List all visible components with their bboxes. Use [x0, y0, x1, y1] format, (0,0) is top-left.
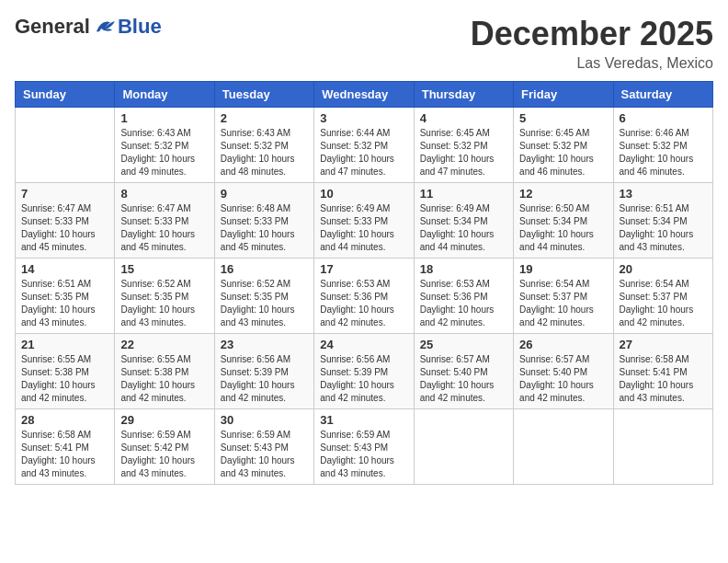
logo-general-text: General — [15, 15, 90, 39]
calendar-cell: 14Sunrise: 6:51 AMSunset: 5:35 PMDayligh… — [16, 259, 115, 334]
calendar-cell — [16, 108, 115, 183]
calendar-cell: 10Sunrise: 6:49 AMSunset: 5:33 PMDayligh… — [314, 183, 414, 259]
calendar-week-row: 21Sunrise: 6:55 AMSunset: 5:38 PMDayligh… — [16, 334, 713, 409]
day-header-sunday: Sunday — [16, 82, 115, 108]
calendar-cell: 23Sunrise: 6:56 AMSunset: 5:39 PMDayligh… — [214, 334, 313, 409]
calendar-cell: 28Sunrise: 6:58 AMSunset: 5:41 PMDayligh… — [16, 409, 115, 485]
calendar-week-row: 14Sunrise: 6:51 AMSunset: 5:35 PMDayligh… — [16, 259, 713, 334]
day-header-monday: Monday — [115, 82, 214, 108]
day-number: 8 — [120, 187, 208, 201]
day-number: 29 — [120, 413, 208, 427]
calendar-cell: 3Sunrise: 6:44 AMSunset: 5:32 PMDaylight… — [314, 108, 414, 183]
logo: General Blue — [15, 15, 162, 39]
day-number: 6 — [620, 111, 707, 125]
day-info: Sunrise: 6:51 AMSunset: 5:35 PMDaylight:… — [21, 278, 108, 329]
day-info: Sunrise: 6:49 AMSunset: 5:34 PMDaylight:… — [420, 202, 507, 254]
calendar-cell: 9Sunrise: 6:48 AMSunset: 5:33 PMDaylight… — [214, 183, 313, 259]
calendar-cell: 4Sunrise: 6:45 AMSunset: 5:32 PMDaylight… — [414, 108, 513, 183]
calendar-cell: 15Sunrise: 6:52 AMSunset: 5:35 PMDayligh… — [115, 259, 214, 334]
calendar-cell: 16Sunrise: 6:52 AMSunset: 5:35 PMDayligh… — [214, 259, 313, 334]
calendar-cell: 21Sunrise: 6:55 AMSunset: 5:38 PMDayligh… — [16, 334, 115, 409]
calendar-cell: 31Sunrise: 6:59 AMSunset: 5:43 PMDayligh… — [314, 409, 414, 485]
day-header-tuesday: Tuesday — [214, 82, 313, 108]
day-number: 16 — [221, 262, 308, 276]
calendar-week-row: 28Sunrise: 6:58 AMSunset: 5:41 PMDayligh… — [16, 409, 713, 485]
calendar-cell — [514, 409, 613, 485]
calendar-cell: 24Sunrise: 6:56 AMSunset: 5:39 PMDayligh… — [314, 334, 414, 409]
day-info: Sunrise: 6:53 AMSunset: 5:36 PMDaylight:… — [320, 278, 407, 329]
day-number: 1 — [120, 111, 208, 125]
day-info: Sunrise: 6:55 AMSunset: 5:38 PMDaylight:… — [21, 353, 108, 405]
day-number: 4 — [420, 111, 507, 125]
calendar-week-row: 1Sunrise: 6:43 AMSunset: 5:32 PMDaylight… — [16, 108, 713, 183]
day-info: Sunrise: 6:57 AMSunset: 5:40 PMDaylight:… — [420, 353, 507, 405]
calendar-cell: 27Sunrise: 6:58 AMSunset: 5:41 PMDayligh… — [613, 334, 712, 409]
calendar-cell: 19Sunrise: 6:54 AMSunset: 5:37 PMDayligh… — [514, 259, 613, 334]
day-number: 21 — [21, 338, 108, 351]
calendar-table: SundayMondayTuesdayWednesdayThursdayFrid… — [15, 81, 713, 485]
day-number: 20 — [620, 262, 707, 276]
day-info: Sunrise: 6:48 AMSunset: 5:33 PMDaylight:… — [221, 202, 308, 254]
day-info: Sunrise: 6:47 AMSunset: 5:33 PMDaylight:… — [120, 202, 208, 254]
day-info: Sunrise: 6:45 AMSunset: 5:32 PMDaylight:… — [420, 127, 507, 178]
day-header-wednesday: Wednesday — [314, 82, 414, 108]
calendar-cell: 25Sunrise: 6:57 AMSunset: 5:40 PMDayligh… — [414, 334, 513, 409]
calendar-cell — [613, 409, 712, 485]
day-info: Sunrise: 6:56 AMSunset: 5:39 PMDaylight:… — [221, 353, 308, 405]
day-number: 17 — [320, 262, 407, 276]
calendar-cell: 13Sunrise: 6:51 AMSunset: 5:34 PMDayligh… — [613, 183, 712, 259]
day-info: Sunrise: 6:59 AMSunset: 5:42 PMDaylight:… — [120, 429, 208, 480]
calendar-cell: 11Sunrise: 6:49 AMSunset: 5:34 PMDayligh… — [414, 183, 513, 259]
day-number: 10 — [320, 187, 407, 201]
calendar-cell: 29Sunrise: 6:59 AMSunset: 5:42 PMDayligh… — [115, 409, 214, 485]
day-info: Sunrise: 6:57 AMSunset: 5:40 PMDaylight:… — [519, 353, 607, 405]
calendar-cell: 12Sunrise: 6:50 AMSunset: 5:34 PMDayligh… — [514, 183, 613, 259]
day-number: 7 — [21, 187, 108, 201]
day-number: 23 — [221, 338, 308, 351]
day-info: Sunrise: 6:59 AMSunset: 5:43 PMDaylight:… — [320, 429, 407, 480]
day-number: 9 — [221, 187, 308, 201]
day-header-saturday: Saturday — [613, 82, 712, 108]
day-info: Sunrise: 6:58 AMSunset: 5:41 PMDaylight:… — [21, 429, 108, 480]
day-number: 19 — [519, 262, 607, 276]
day-info: Sunrise: 6:50 AMSunset: 5:34 PMDaylight:… — [519, 202, 607, 254]
calendar-week-row: 7Sunrise: 6:47 AMSunset: 5:33 PMDaylight… — [16, 183, 713, 259]
day-number: 25 — [420, 338, 507, 351]
day-info: Sunrise: 6:59 AMSunset: 5:43 PMDaylight:… — [221, 429, 308, 480]
calendar-cell: 17Sunrise: 6:53 AMSunset: 5:36 PMDayligh… — [314, 259, 414, 334]
day-number: 11 — [420, 187, 507, 201]
day-number: 13 — [620, 187, 707, 201]
day-info: Sunrise: 6:44 AMSunset: 5:32 PMDaylight:… — [320, 127, 407, 178]
day-info: Sunrise: 6:43 AMSunset: 5:32 PMDaylight:… — [120, 127, 208, 178]
calendar-cell: 7Sunrise: 6:47 AMSunset: 5:33 PMDaylight… — [16, 183, 115, 259]
page-header: General Blue December 2025 Las Veredas, … — [15, 15, 713, 72]
day-info: Sunrise: 6:52 AMSunset: 5:35 PMDaylight:… — [221, 278, 308, 329]
calendar-cell: 20Sunrise: 6:54 AMSunset: 5:37 PMDayligh… — [613, 259, 712, 334]
calendar-cell: 5Sunrise: 6:45 AMSunset: 5:32 PMDaylight… — [514, 108, 613, 183]
calendar-cell: 22Sunrise: 6:55 AMSunset: 5:38 PMDayligh… — [115, 334, 214, 409]
calendar-cell: 6Sunrise: 6:46 AMSunset: 5:32 PMDaylight… — [613, 108, 712, 183]
day-header-thursday: Thursday — [414, 82, 513, 108]
day-number: 26 — [519, 338, 607, 351]
calendar-cell: 1Sunrise: 6:43 AMSunset: 5:32 PMDaylight… — [115, 108, 214, 183]
day-number: 27 — [620, 338, 707, 351]
day-info: Sunrise: 6:56 AMSunset: 5:39 PMDaylight:… — [320, 353, 407, 405]
day-info: Sunrise: 6:53 AMSunset: 5:36 PMDaylight:… — [420, 278, 507, 329]
day-info: Sunrise: 6:54 AMSunset: 5:37 PMDaylight:… — [519, 278, 607, 329]
day-number: 31 — [320, 413, 407, 427]
day-number: 2 — [221, 111, 308, 125]
calendar-cell: 8Sunrise: 6:47 AMSunset: 5:33 PMDaylight… — [115, 183, 214, 259]
day-header-friday: Friday — [514, 82, 613, 108]
location-title: Las Veredas, Mexico — [471, 55, 713, 72]
day-info: Sunrise: 6:45 AMSunset: 5:32 PMDaylight:… — [519, 127, 607, 178]
calendar-header-row: SundayMondayTuesdayWednesdayThursdayFrid… — [16, 82, 713, 108]
month-title: December 2025 — [471, 15, 713, 53]
calendar-cell: 26Sunrise: 6:57 AMSunset: 5:40 PMDayligh… — [514, 334, 613, 409]
day-info: Sunrise: 6:43 AMSunset: 5:32 PMDaylight:… — [221, 127, 308, 178]
calendar-cell: 2Sunrise: 6:43 AMSunset: 5:32 PMDaylight… — [214, 108, 313, 183]
day-number: 30 — [221, 413, 308, 427]
day-number: 22 — [120, 338, 208, 351]
day-info: Sunrise: 6:54 AMSunset: 5:37 PMDaylight:… — [620, 278, 707, 329]
day-number: 3 — [320, 111, 407, 125]
day-number: 5 — [519, 111, 607, 125]
